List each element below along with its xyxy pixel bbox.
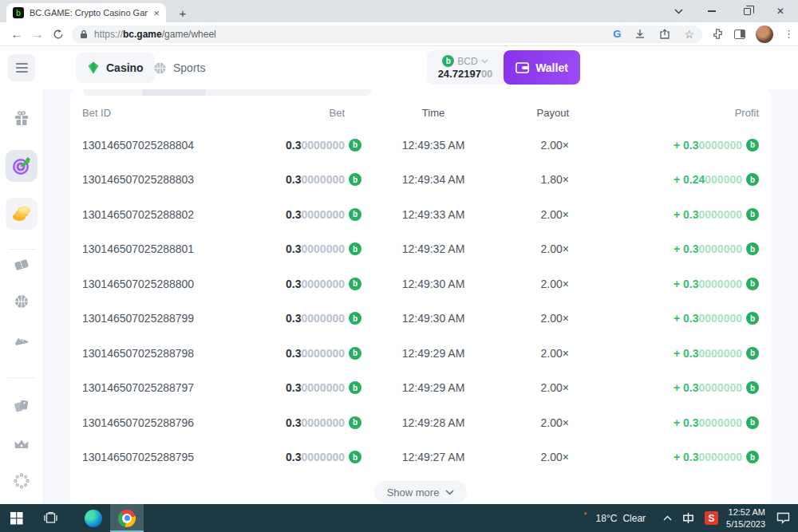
bookmark-star-icon[interactable]: ☆ — [684, 28, 694, 41]
header-time: Time — [361, 107, 505, 119]
header-profit: Profit — [569, 107, 759, 119]
address-bar[interactable]: https://bc.game/game/wheel G ☆ — [72, 26, 702, 43]
download-icon[interactable] — [634, 29, 646, 40]
bet-main: 0.3 — [286, 416, 301, 429]
ticket-icon[interactable] — [14, 258, 30, 272]
community-icon[interactable] — [14, 473, 30, 489]
wallet-button[interactable]: Wallet — [504, 50, 580, 85]
history-tabs-partial[interactable] — [84, 89, 757, 97]
bcd-coin-icon: b — [746, 347, 759, 360]
bet-main: 0.3 — [286, 381, 301, 394]
bet-main: 0.3 — [286, 347, 301, 360]
table-row[interactable]: 130146507025288802 0.30000000 b 12:49:33… — [70, 197, 771, 232]
side-panel-icon[interactable] — [734, 30, 745, 39]
taskbar-clock[interactable]: 12:52 AM 5/15/2023 — [726, 506, 765, 530]
tab-sports[interactable]: Sports — [153, 53, 205, 83]
action-center-icon[interactable] — [776, 512, 790, 524]
bcd-coin-icon: b — [349, 381, 361, 394]
basketball-icon[interactable] — [14, 294, 30, 309]
casino-diamond-icon — [87, 61, 100, 74]
bet-history-card: Bet ID Bet Time Payout Profit 1301465070… — [70, 89, 771, 504]
url-text: https://bc.game/game/wheel — [94, 29, 606, 40]
bcd-coin-icon: b — [746, 416, 759, 429]
tab-close-icon[interactable]: × — [153, 7, 160, 19]
table-row[interactable]: 130146507025288801 0.30000000 b 12:49:32… — [70, 232, 771, 267]
clock-time: 12:52 AM — [726, 506, 765, 518]
bet-payout: 2.00× — [505, 416, 569, 429]
crown-icon[interactable] — [14, 438, 30, 451]
bet-dim: 0000000 — [301, 208, 345, 221]
bet-time: 12:49:30 AM — [361, 278, 505, 290]
gift-icon[interactable] — [14, 110, 30, 126]
main-content: Bet ID Bet Time Payout Profit 1301465070… — [45, 89, 798, 504]
sneaker-icon[interactable] — [14, 334, 30, 347]
bet-dim: 0000000 — [301, 312, 345, 325]
profit-dim: 000000 — [705, 173, 742, 186]
back-icon[interactable]: ← — [6, 24, 27, 45]
table-row[interactable]: 130146507025288800 0.30000000 b 12:49:30… — [70, 266, 771, 301]
tags-icon[interactable] — [14, 398, 30, 412]
share-icon[interactable] — [659, 29, 670, 40]
bet-time: 12:49:32 AM — [361, 242, 505, 255]
sidebar-item-coins[interactable] — [6, 198, 38, 230]
bet-main: 0.3 — [286, 278, 301, 290]
casino-label: Casino — [106, 61, 144, 74]
sidebar-item-wheel-active[interactable] — [6, 150, 38, 182]
edge-taskbar-icon[interactable] — [77, 504, 110, 532]
forward-icon[interactable]: → — [27, 24, 48, 45]
bcd-coin-icon: b — [349, 173, 361, 186]
show-more-button[interactable]: Show more — [374, 481, 468, 503]
close-button[interactable]: ✕ — [764, 0, 796, 22]
table-row[interactable]: 130146507025288798 0.30000000 b 12:49:29… — [70, 336, 771, 371]
profit-main: + 0.3 — [674, 347, 699, 360]
header-bet: Bet — [242, 107, 361, 119]
ime-chinese-icon[interactable] — [682, 512, 694, 524]
browser-profile-avatar[interactable] — [756, 26, 773, 43]
bet-rows: 130146507025288804 0.30000000 b 12:49:35… — [70, 128, 771, 475]
bcd-coin-icon: b — [746, 208, 759, 221]
sogou-ime-icon[interactable]: S — [705, 511, 718, 525]
bet-dim: 0000000 — [301, 242, 345, 255]
task-view-button[interactable] — [34, 504, 67, 532]
tab-search-icon[interactable] — [662, 0, 694, 22]
bet-dim: 0000000 — [301, 347, 345, 360]
bcd-coin-icon: b — [746, 451, 759, 463]
bet-time: 12:49:27 AM — [361, 451, 505, 463]
browser-menu-icon[interactable]: ⋮ — [784, 28, 794, 40]
bcd-coin-icon: b — [746, 312, 759, 325]
hamburger-menu-button[interactable] — [8, 54, 35, 81]
bet-main: 0.3 — [286, 208, 301, 221]
weather-widget[interactable]: 18°C Clear — [575, 510, 646, 526]
bet-time: 12:49:35 AM — [361, 139, 505, 152]
tab-casino[interactable]: Casino — [76, 53, 155, 83]
bcd-coin-icon: b — [746, 173, 759, 186]
profit-main: + 0.3 — [674, 381, 699, 394]
browser-tab[interactable]: b BC.GAME: Crypto Casino Games × — [6, 3, 166, 22]
google-icon[interactable]: G — [613, 28, 621, 40]
chrome-taskbar-icon[interactable] — [110, 504, 144, 532]
new-tab-button[interactable]: + — [174, 4, 192, 22]
currency-selector[interactable]: b BCD 24.7219700 — [427, 50, 504, 85]
minimize-button[interactable] — [696, 0, 728, 22]
table-row[interactable]: 130146507025288799 0.30000000 b 12:49:30… — [70, 301, 771, 337]
table-row[interactable]: 130146507025288804 0.30000000 b 12:49:35… — [70, 128, 771, 163]
table-row[interactable]: 130146507025288803 0.30000000 b 12:49:34… — [70, 163, 771, 198]
bcd-coin-icon: b — [746, 139, 759, 152]
bcd-coin-icon: b — [349, 416, 361, 429]
reload-icon[interactable] — [48, 24, 69, 45]
clock-date: 5/15/2023 — [726, 518, 765, 530]
table-row[interactable]: 130146507025288795 0.30000000 b 12:49:27… — [70, 440, 771, 475]
bet-id: 130146507025288801 — [82, 242, 242, 255]
table-row[interactable]: 130146507025288796 0.30000000 b 12:49:28… — [70, 405, 771, 440]
profit-dim: 0000000 — [698, 139, 742, 152]
bcd-coin-icon: b — [349, 312, 361, 325]
start-button[interactable] — [0, 504, 34, 532]
profit-dim: 0000000 — [698, 416, 742, 429]
table-row[interactable]: 130146507025288797 0.30000000 b 12:49:29… — [70, 371, 771, 406]
bet-id: 130146507025288795 — [82, 451, 242, 463]
tray-expand-icon[interactable] — [663, 515, 672, 521]
restore-button[interactable] — [731, 0, 763, 22]
profit-dim: 0000000 — [698, 347, 742, 360]
extensions-icon[interactable] — [712, 28, 724, 40]
coins-icon — [11, 204, 32, 223]
